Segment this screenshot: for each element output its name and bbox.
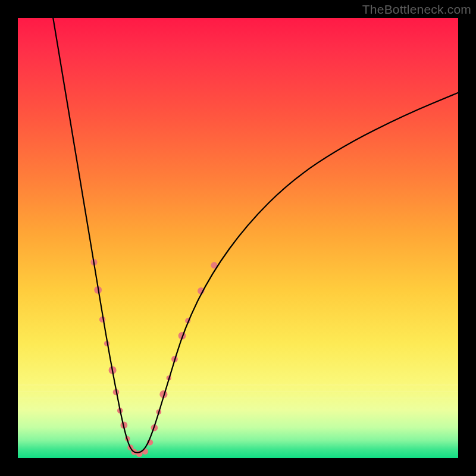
curve-bead bbox=[120, 422, 127, 429]
curve-bead bbox=[142, 449, 148, 455]
curve-bead bbox=[156, 409, 161, 415]
curve-bead bbox=[136, 450, 143, 457]
curve-bead bbox=[127, 444, 133, 450]
curve-bead bbox=[104, 341, 109, 346]
curve-bead bbox=[185, 318, 190, 324]
curve-bead bbox=[109, 366, 117, 374]
chart-frame: TheBottleneck.com bbox=[0, 0, 476, 476]
curve-bead bbox=[99, 317, 105, 322]
curve-bead bbox=[151, 424, 158, 431]
watermark-label: TheBottleneck.com bbox=[362, 2, 471, 17]
curve-bead bbox=[198, 287, 205, 295]
curve-bead bbox=[211, 262, 217, 268]
curve-bead bbox=[147, 439, 153, 445]
bottleneck-curve bbox=[53, 18, 458, 453]
curve-bead bbox=[178, 332, 186, 340]
curve-bead bbox=[117, 408, 123, 414]
curve-bead bbox=[167, 375, 171, 380]
curve-bead bbox=[131, 449, 137, 455]
gradient-band bbox=[18, 391, 458, 392]
curve-bead bbox=[90, 259, 97, 265]
gradient-band bbox=[18, 384, 458, 386]
curve-bead bbox=[125, 436, 130, 441]
gradient-band bbox=[18, 397, 458, 399]
curve-bead bbox=[113, 389, 120, 396]
curve-bead bbox=[171, 356, 178, 362]
curve-bead bbox=[159, 390, 167, 398]
plot-area bbox=[18, 18, 458, 458]
curve-layer bbox=[18, 18, 458, 458]
curve-beads bbox=[90, 259, 217, 457]
curve-bead bbox=[94, 286, 102, 294]
